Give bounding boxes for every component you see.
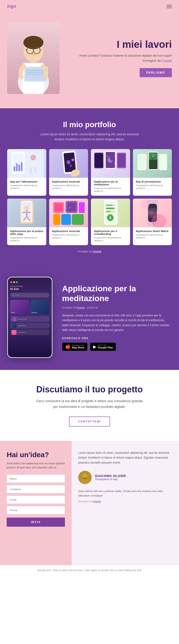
phone-list-item-3: Deep Focus	[10, 330, 49, 335]
submit-button[interactable]: INVIA	[7, 518, 65, 527]
store-buttons: 🍎 Download on the App Store ▶ GET IT ON …	[62, 342, 172, 351]
svg-rect-83	[106, 211, 111, 212]
contact-subtext: Amet tellus cras adipiscing enim eu turp…	[7, 462, 65, 470]
svg-point-55	[152, 154, 155, 157]
logo: logo	[7, 4, 16, 9]
hero-description: Avere un'idea? Creiamo insieme la soluzi…	[67, 53, 172, 63]
portfolio-thumb-booking	[133, 149, 172, 178]
name-input[interactable]	[7, 474, 65, 483]
svg-rect-40	[118, 154, 125, 167]
meditation-text-content: Applicazione per la meditazione Immagine…	[62, 284, 172, 351]
svg-point-32	[70, 165, 72, 167]
svg-point-31	[71, 158, 74, 161]
hero-cta-button[interactable]: PARLIAMO	[140, 68, 172, 77]
watch-thumb-svg	[135, 198, 170, 227]
app-store-button[interactable]: 🍎 Download on the App Store	[62, 342, 88, 351]
phone-greeting-name: Hi, Eve!	[10, 288, 49, 290]
play-icon: ▶	[93, 344, 96, 349]
hero-text: I miei lavori Avere un'idea? Creiamo ins…	[60, 39, 172, 77]
music1-thumb-svg	[51, 149, 86, 178]
portfolio-item-category: Progettazione dell'interfaccia utente/UX	[136, 234, 169, 240]
portfolio-freepik-link[interactable]: Freepik	[93, 250, 101, 253]
meditation-thumb-svg	[93, 149, 128, 178]
testimonial-image-note: Immagine da Freepik	[78, 500, 172, 503]
svg-rect-19	[18, 165, 20, 171]
meditation-freepik-link[interactable]: Freepik	[77, 306, 84, 309]
svg-rect-36	[95, 154, 103, 167]
email-input[interactable]	[7, 496, 65, 504]
profile-card: GIACOMO OLIVER Sviluppatore di app	[78, 471, 172, 484]
portfolio-section: Il mio portfolio Lorem ipsum dolor sit a…	[0, 108, 179, 265]
portfolio-thumb-yoga	[7, 198, 46, 227]
svg-rect-71	[53, 214, 60, 225]
phone-list-img-2	[12, 323, 16, 328]
portfolio-subtitle: Lorem ipsum dolor sit amet, consectetur …	[39, 132, 140, 142]
project-discussion-section: Discutiamo il tuo progetto Facci conosce…	[0, 370, 179, 441]
svg-rect-79	[106, 204, 113, 206]
google-play-button[interactable]: ▶ GET IT ON Google Play	[90, 342, 116, 351]
phone-cards: Sleep Meditate	[10, 300, 49, 314]
company-input[interactable]	[7, 485, 65, 493]
phone-traffic-lights	[10, 281, 49, 283]
phone-list-item-2: Sleep Music	[10, 323, 49, 328]
contact-heading: Hai un'idea?	[7, 450, 65, 459]
phone-list-item-1: Morning Calm	[10, 316, 49, 322]
svg-rect-18	[16, 164, 18, 171]
profile-avatar	[78, 471, 92, 484]
footer: Sample text. Click to select the text bo…	[0, 565, 179, 575]
booking-thumb-svg	[135, 149, 170, 178]
portfolio-info-watch: Applicazione Smart Watch Progettazione d…	[133, 227, 172, 242]
dot-red	[10, 281, 12, 283]
portfolio-item-booking[interactable]: App di prenotazione Progettazione dell'i…	[133, 149, 172, 196]
portfolio-item-title: Applicazione per la pratica dello yoga	[10, 230, 43, 236]
svg-text:$: $	[109, 216, 111, 220]
portfolio-item-meditation[interactable]: Applicazione per la meditazione Progetta…	[91, 149, 130, 196]
portfolio-item-category: Progettazione dell'interfaccia utente/UX	[52, 184, 85, 190]
svg-text:♪: ♪	[68, 205, 70, 209]
portfolio-freepik-note: Immagini da Freepik	[7, 250, 172, 253]
portfolio-item-category: Progettazione dell'interfaccia utente/UX	[10, 184, 43, 190]
portfolio-info-booking: App di prenotazione Progettazione dell'i…	[133, 178, 172, 193]
svg-rect-20	[21, 162, 22, 171]
project-title: Discutiamo il tuo progetto	[7, 384, 172, 394]
music2-thumb-svg: ♪	[51, 198, 86, 227]
portfolio-info-music2: Applicazione musicale Progettazione dell…	[49, 227, 88, 242]
portfolio-thumb-music2: ♪	[49, 198, 88, 227]
portfolio-item-yoga[interactable]: Applicazione per la pratica dello yoga P…	[7, 198, 46, 245]
portfolio-item-category: Progettazione dell'interfaccia utente/UX	[94, 187, 127, 193]
hero-freepik-link[interactable]: Freepik	[162, 59, 172, 62]
hamburger-menu[interactable]	[167, 5, 172, 8]
svg-rect-17	[13, 166, 15, 171]
portfolio-info-yoga: Applicazione per la pratica dello yoga P…	[7, 227, 46, 245]
portfolio-thumb-crowd: $	[91, 198, 130, 227]
crowd-thumb-svg: $	[93, 198, 128, 227]
phone-greeting-sub: Good Morning	[10, 285, 49, 287]
testimonial-section: Lorem ipsum dolor sit amet, consectetur …	[72, 441, 179, 565]
portfolio-item-category: Progettazione dell'interfaccia utente/UX	[52, 234, 85, 240]
portfolio-item-fitness[interactable]: App per l'allenamento Progettazione dell…	[7, 149, 46, 196]
profile-role: Sviluppatore di app	[95, 478, 126, 480]
phone-card-1: Sleep	[10, 300, 29, 314]
hero-image	[7, 22, 60, 94]
phone-input[interactable]	[7, 506, 65, 514]
portfolio-item-watch[interactable]: Applicazione Smart Watch Progettazione d…	[133, 198, 172, 245]
testimonial-freepik-link[interactable]: Freepik	[93, 500, 101, 503]
hero-section: I miei lavori Avere un'idea? Creiamo ins…	[0, 13, 179, 108]
portfolio-title: Il mio portfolio	[7, 120, 172, 129]
svg-rect-48	[138, 155, 146, 169]
svg-rect-52	[160, 155, 166, 169]
profile-info: GIACOMO OLIVER Sviluppatore di app	[95, 474, 126, 480]
svg-point-93	[140, 200, 149, 209]
svg-rect-72	[61, 214, 71, 225]
avatar-svg	[78, 471, 92, 484]
svg-point-44	[114, 155, 115, 156]
portfolio-item-music2[interactable]: ♪ Applicazione musicale Progettazione de…	[49, 198, 88, 245]
download-label: SCARICALO ORA	[62, 337, 172, 340]
portfolio-info-fitness: App per l'allenamento Progettazione dell…	[7, 178, 46, 193]
contact-button[interactable]: CONTATTAMI	[69, 416, 110, 426]
portfolio-item-music1[interactable]: Applicazione musicale Progettazione dell…	[49, 149, 88, 196]
svg-point-43	[107, 156, 108, 157]
portfolio-item-crowd[interactable]: $ Applicazione per il crowdfunding Proge…	[91, 198, 130, 245]
svg-point-3	[23, 36, 43, 49]
person-svg	[9, 24, 57, 94]
